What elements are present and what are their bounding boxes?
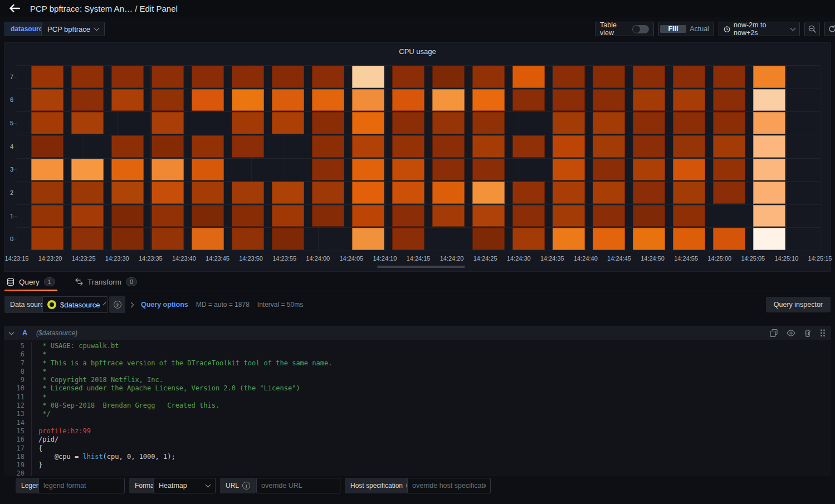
heatmap-cell bbox=[392, 135, 424, 158]
override-url-input[interactable] bbox=[256, 478, 340, 493]
panel-title: CPU usage bbox=[4, 43, 831, 56]
chevron-down-icon bbox=[206, 482, 211, 488]
back-button[interactable] bbox=[7, 2, 22, 15]
database-icon bbox=[7, 278, 14, 286]
line-number: 16 bbox=[4, 436, 32, 444]
grafana-edit-panel: PCP bpftrace: System An… / Edit Panel da… bbox=[0, 0, 835, 504]
heatmap-cell bbox=[31, 135, 64, 158]
heatmap-cell bbox=[512, 182, 545, 204]
code-text: /pid/ bbox=[32, 436, 58, 444]
table-view-toggle[interactable] bbox=[632, 25, 649, 33]
data-source-picker[interactable]: $datasource bbox=[42, 296, 108, 313]
query-options-link[interactable]: Query options bbox=[141, 301, 188, 309]
code-text: } bbox=[32, 461, 42, 469]
heatmap-cell bbox=[633, 89, 665, 111]
x-axis-tick-label: 14:23:40 bbox=[172, 255, 196, 262]
heatmap-cell bbox=[673, 228, 705, 250]
collapse-chevron-icon[interactable] bbox=[9, 329, 14, 335]
heatmap-cell bbox=[352, 112, 384, 134]
cpu-usage-heatmap[interactable]: 7654321014:23:1514:23:2014:23:2514:23:30… bbox=[17, 65, 820, 251]
heatmap-cell bbox=[633, 135, 665, 158]
table-view-control: Table view bbox=[595, 22, 654, 36]
code-line: 12 * 08-Sep-2018 Brendan Gregg Created t… bbox=[4, 402, 831, 410]
duplicate-query-icon[interactable] bbox=[770, 329, 778, 337]
query-ref-id[interactable]: A bbox=[22, 329, 27, 337]
query-options-group: Query options MD = auto = 1878 Interval … bbox=[129, 296, 303, 313]
heatmap-cell bbox=[673, 112, 705, 134]
drag-handle-icon[interactable] bbox=[820, 329, 826, 337]
actual-button[interactable]: Actual bbox=[686, 25, 712, 33]
heatmap-cell bbox=[272, 205, 304, 227]
heatmap-cell bbox=[753, 159, 785, 181]
x-axis-tick-label: 14:23:30 bbox=[105, 255, 129, 262]
heatmap-cell bbox=[472, 182, 505, 204]
heatmap-cell bbox=[352, 205, 384, 227]
refresh-button[interactable] bbox=[824, 22, 835, 36]
heatmap-cell bbox=[673, 182, 705, 204]
datasource-dropdown[interactable]: PCP bpftrace bbox=[41, 22, 105, 36]
y-axis-tick-mark bbox=[13, 216, 17, 217]
magnifier-minus-icon bbox=[808, 25, 816, 33]
grid-hline bbox=[17, 251, 820, 251]
bpftrace-code-editor[interactable]: 5 * USAGE: cpuwalk.bt6 *7 * This is a bp… bbox=[4, 340, 831, 476]
code-line: 16/pid/ bbox=[4, 436, 831, 444]
heatmap-cell bbox=[593, 159, 625, 181]
x-axis-tick-label: 14:24:45 bbox=[607, 255, 631, 262]
trash-icon[interactable] bbox=[804, 329, 811, 337]
heatmap-cell bbox=[312, 182, 344, 204]
heatmap-cell bbox=[713, 66, 745, 88]
heatmap-cell bbox=[593, 205, 625, 227]
format-select[interactable]: Heatmap bbox=[153, 478, 216, 493]
zoom-out-button[interactable] bbox=[804, 22, 820, 36]
chevron-down-icon bbox=[102, 302, 106, 306]
heatmap-cell bbox=[152, 205, 184, 227]
grid-vline bbox=[820, 65, 821, 251]
heatmap-cell bbox=[31, 205, 64, 227]
tab-transform-label: Transform bbox=[87, 278, 121, 286]
y-axis-tick-mark bbox=[13, 100, 17, 100]
legend-format-input[interactable] bbox=[38, 478, 125, 493]
heatmap-cell bbox=[753, 89, 785, 111]
code-text: * 08-Sep-2018 Brendan Gregg Created this… bbox=[32, 402, 219, 410]
x-axis-tick-label: 14:23:50 bbox=[239, 255, 263, 262]
line-number: 18 bbox=[4, 453, 32, 461]
heatmap-cell bbox=[673, 159, 705, 181]
heatmap-cell bbox=[553, 66, 585, 88]
time-range-text: now-2m to now+2s bbox=[734, 21, 788, 37]
fill-button[interactable]: Fill bbox=[660, 25, 686, 33]
host-label-text: Host specification bbox=[350, 482, 403, 490]
query-inspector-button[interactable]: Query inspector bbox=[766, 297, 831, 312]
heatmap-cell bbox=[192, 228, 224, 250]
time-range-picker[interactable]: now-2m to now+2s bbox=[719, 22, 800, 36]
heatmap-cell bbox=[673, 205, 705, 227]
heatmap-cell bbox=[713, 112, 745, 134]
override-host-input[interactable] bbox=[407, 478, 491, 493]
tab-transform[interactable]: Transform 0 bbox=[73, 273, 139, 291]
max-data-points-text: MD = auto = 1878 bbox=[196, 301, 250, 309]
heatmap-cell bbox=[512, 228, 545, 250]
heatmap-cell bbox=[392, 228, 424, 250]
heatmap-cell bbox=[753, 228, 785, 250]
y-axis-tick-label: 7 bbox=[1, 74, 13, 80]
code-line: 11 * bbox=[4, 393, 831, 402]
heatmap-cell bbox=[31, 89, 64, 111]
x-axis-tick-label: 14:25:15 bbox=[808, 255, 832, 262]
line-number: 6 bbox=[4, 350, 32, 359]
heatmap-cell bbox=[152, 228, 184, 250]
tab-query[interactable]: Query 1 bbox=[4, 273, 57, 291]
info-circle-icon: i bbox=[242, 482, 250, 490]
line-number: 10 bbox=[4, 384, 32, 393]
line-number: 20 bbox=[4, 469, 32, 476]
heatmap-cell bbox=[152, 66, 184, 88]
heatmap-cell bbox=[472, 89, 505, 111]
heatmap-cell bbox=[633, 205, 665, 227]
x-axis-tick-label: 14:23:15 bbox=[5, 255, 29, 262]
line-number: 12 bbox=[4, 402, 32, 410]
heatmap-cell bbox=[352, 159, 384, 181]
datasource-help-button[interactable]: ? bbox=[109, 296, 125, 313]
x-axis-tick-label: 14:24:00 bbox=[306, 255, 330, 262]
eye-icon[interactable] bbox=[787, 330, 795, 336]
x-axis-tick-label: 14:24:20 bbox=[440, 255, 464, 262]
page-title: PCP bpftrace: System An… / Edit Panel bbox=[30, 4, 178, 13]
panel-resize-handle[interactable] bbox=[377, 266, 465, 268]
